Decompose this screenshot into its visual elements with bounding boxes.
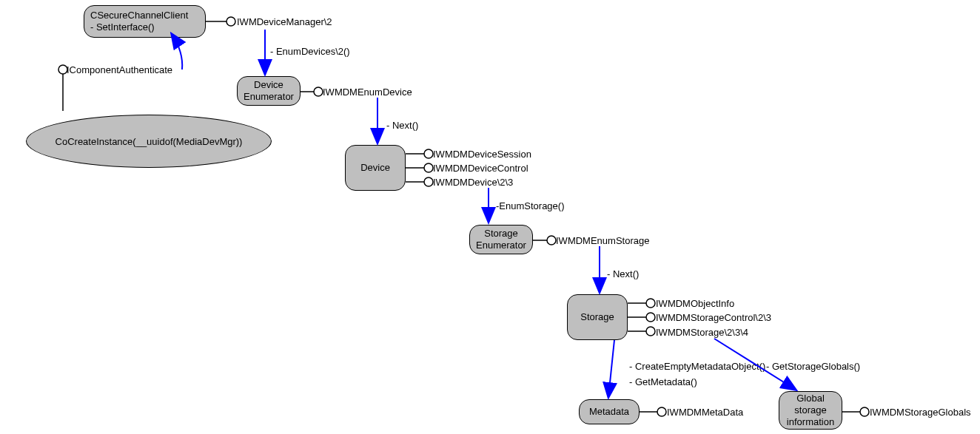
svg-point-11 [424,177,433,186]
node-device-enum-label: Device Enumerator [244,79,294,104]
node-global-storage-label: Global storage information [787,393,834,429]
method-enumdevices: - EnumDevices\2() [270,46,350,57]
method-getglobals: - GetStorageGlobals() [766,361,860,372]
node-device-label: Device [360,162,390,174]
svg-point-15 [646,299,655,308]
iface-storagectrl: IWMDMStorageControl\2\3 [656,312,771,323]
iface-storageiface: IWMDMStorage\2\3\4 [656,327,748,338]
method-next1: - Next() [386,120,418,131]
method-next2: - Next() [607,268,639,279]
node-device: Device [345,145,406,191]
svg-point-1 [226,17,235,26]
node-storage-enumerator: Storage Enumerator [469,225,533,254]
svg-point-19 [646,327,655,336]
svg-point-23 [860,407,869,416]
node-global-storage: Global storage information [779,391,842,430]
iface-enumstorage: IWMDMEnumStorage [556,235,649,246]
iface-devmgr: IWMDeviceManager\2 [237,16,332,27]
node-metadata: Metadata [579,399,640,424]
node-metadata-label: Metadata [589,406,629,418]
node-secure-channel-label: CSecureChannelClient - SetInterface() [90,10,188,34]
iface-deviface: IWMDMDevice\2\3 [433,177,513,188]
iface-compauth: IComponentAuthenticate [67,64,172,75]
node-storage-enum-label: Storage Enumerator [476,228,526,252]
method-enumstorage: -EnumStorage() [496,200,564,211]
node-secure-channel: CSecureChannelClient - SetInterface() [84,5,206,38]
method-getmeta: - GetMetadata() [629,376,697,387]
svg-point-7 [424,149,433,158]
iface-metadata: IWMDMMetaData [667,407,743,418]
iface-objinfo: IWMDMObjectInfo [656,298,734,309]
method-createempty: - CreateEmptyMetadataObject() [629,361,765,372]
diagram-canvas: CoCreateInstance(__uuidof(MediaDevMgr)) … [0,0,980,434]
svg-point-21 [657,407,666,416]
svg-point-9 [424,163,433,172]
svg-point-5 [314,87,323,96]
iface-storageglobals: IWMDMStorageGlobals [870,407,971,418]
node-storage-label: Storage [580,311,614,323]
node-device-enumerator: Device Enumerator [237,76,301,106]
node-storage: Storage [567,294,628,340]
cloud-cocreateinstance: CoCreateInstance(__uuidof(MediaDevMgr)) [26,115,272,168]
svg-point-17 [646,313,655,322]
iface-devcontrol: IWMDMDeviceControl [433,163,528,174]
cloud-label: CoCreateInstance(__uuidof(MediaDevMgr)) [56,136,243,147]
iface-devsession: IWMDMDeviceSession [433,149,531,160]
iface-enumdevice: IWMDMEnumDevice [323,87,412,98]
svg-point-13 [547,236,556,245]
